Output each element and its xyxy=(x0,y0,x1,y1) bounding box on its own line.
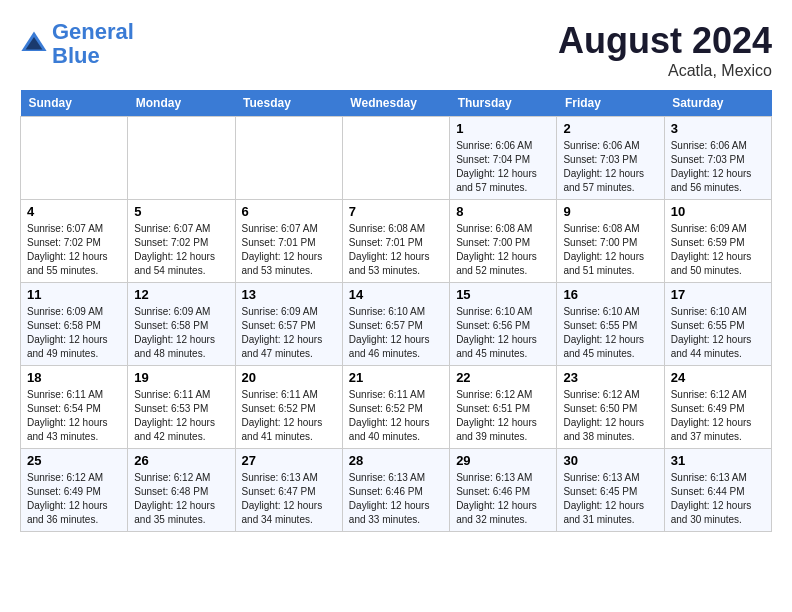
day-number: 15 xyxy=(456,287,550,302)
day-cell: 1Sunrise: 6:06 AMSunset: 7:04 PMDaylight… xyxy=(450,117,557,200)
day-info: Sunrise: 6:07 AMSunset: 7:02 PMDaylight:… xyxy=(27,222,121,278)
day-cell: 19Sunrise: 6:11 AMSunset: 6:53 PMDayligh… xyxy=(128,366,235,449)
day-info: Sunrise: 6:07 AMSunset: 7:02 PMDaylight:… xyxy=(134,222,228,278)
calendar-table: SundayMondayTuesdayWednesdayThursdayFrid… xyxy=(20,90,772,532)
day-cell: 12Sunrise: 6:09 AMSunset: 6:58 PMDayligh… xyxy=(128,283,235,366)
day-cell: 9Sunrise: 6:08 AMSunset: 7:00 PMDaylight… xyxy=(557,200,664,283)
day-cell: 22Sunrise: 6:12 AMSunset: 6:51 PMDayligh… xyxy=(450,366,557,449)
day-cell: 13Sunrise: 6:09 AMSunset: 6:57 PMDayligh… xyxy=(235,283,342,366)
day-cell: 31Sunrise: 6:13 AMSunset: 6:44 PMDayligh… xyxy=(664,449,771,532)
day-number: 19 xyxy=(134,370,228,385)
day-cell: 10Sunrise: 6:09 AMSunset: 6:59 PMDayligh… xyxy=(664,200,771,283)
day-info: Sunrise: 6:12 AMSunset: 6:48 PMDaylight:… xyxy=(134,471,228,527)
day-info: Sunrise: 6:12 AMSunset: 6:49 PMDaylight:… xyxy=(671,388,765,444)
day-info: Sunrise: 6:08 AMSunset: 7:01 PMDaylight:… xyxy=(349,222,443,278)
day-info: Sunrise: 6:09 AMSunset: 6:59 PMDaylight:… xyxy=(671,222,765,278)
weekday-header-friday: Friday xyxy=(557,90,664,117)
weekday-header-saturday: Saturday xyxy=(664,90,771,117)
day-number: 25 xyxy=(27,453,121,468)
day-cell: 18Sunrise: 6:11 AMSunset: 6:54 PMDayligh… xyxy=(21,366,128,449)
day-info: Sunrise: 6:11 AMSunset: 6:52 PMDaylight:… xyxy=(349,388,443,444)
day-cell: 6Sunrise: 6:07 AMSunset: 7:01 PMDaylight… xyxy=(235,200,342,283)
day-number: 3 xyxy=(671,121,765,136)
day-cell xyxy=(235,117,342,200)
day-number: 20 xyxy=(242,370,336,385)
day-number: 23 xyxy=(563,370,657,385)
day-number: 7 xyxy=(349,204,443,219)
day-cell: 27Sunrise: 6:13 AMSunset: 6:47 PMDayligh… xyxy=(235,449,342,532)
day-number: 21 xyxy=(349,370,443,385)
day-cell xyxy=(128,117,235,200)
week-row-5: 25Sunrise: 6:12 AMSunset: 6:49 PMDayligh… xyxy=(21,449,772,532)
logo-icon xyxy=(20,30,48,58)
day-number: 27 xyxy=(242,453,336,468)
week-row-1: 1Sunrise: 6:06 AMSunset: 7:04 PMDaylight… xyxy=(21,117,772,200)
day-number: 2 xyxy=(563,121,657,136)
day-info: Sunrise: 6:09 AMSunset: 6:57 PMDaylight:… xyxy=(242,305,336,361)
weekday-header-wednesday: Wednesday xyxy=(342,90,449,117)
logo-text: General Blue xyxy=(52,20,134,68)
day-cell: 4Sunrise: 6:07 AMSunset: 7:02 PMDaylight… xyxy=(21,200,128,283)
day-info: Sunrise: 6:12 AMSunset: 6:49 PMDaylight:… xyxy=(27,471,121,527)
day-info: Sunrise: 6:13 AMSunset: 6:46 PMDaylight:… xyxy=(456,471,550,527)
day-cell: 14Sunrise: 6:10 AMSunset: 6:57 PMDayligh… xyxy=(342,283,449,366)
day-cell: 24Sunrise: 6:12 AMSunset: 6:49 PMDayligh… xyxy=(664,366,771,449)
day-cell: 3Sunrise: 6:06 AMSunset: 7:03 PMDaylight… xyxy=(664,117,771,200)
day-cell: 29Sunrise: 6:13 AMSunset: 6:46 PMDayligh… xyxy=(450,449,557,532)
day-cell: 21Sunrise: 6:11 AMSunset: 6:52 PMDayligh… xyxy=(342,366,449,449)
day-info: Sunrise: 6:12 AMSunset: 6:51 PMDaylight:… xyxy=(456,388,550,444)
day-cell: 15Sunrise: 6:10 AMSunset: 6:56 PMDayligh… xyxy=(450,283,557,366)
day-cell: 5Sunrise: 6:07 AMSunset: 7:02 PMDaylight… xyxy=(128,200,235,283)
day-number: 10 xyxy=(671,204,765,219)
logo-line1: General xyxy=(52,19,134,44)
day-cell: 17Sunrise: 6:10 AMSunset: 6:55 PMDayligh… xyxy=(664,283,771,366)
day-info: Sunrise: 6:13 AMSunset: 6:45 PMDaylight:… xyxy=(563,471,657,527)
logo: General Blue xyxy=(20,20,134,68)
day-number: 6 xyxy=(242,204,336,219)
day-cell: 11Sunrise: 6:09 AMSunset: 6:58 PMDayligh… xyxy=(21,283,128,366)
weekday-header-row: SundayMondayTuesdayWednesdayThursdayFrid… xyxy=(21,90,772,117)
logo-line2: Blue xyxy=(52,43,100,68)
day-info: Sunrise: 6:06 AMSunset: 7:03 PMDaylight:… xyxy=(563,139,657,195)
day-info: Sunrise: 6:06 AMSunset: 7:03 PMDaylight:… xyxy=(671,139,765,195)
day-info: Sunrise: 6:11 AMSunset: 6:52 PMDaylight:… xyxy=(242,388,336,444)
day-number: 14 xyxy=(349,287,443,302)
day-info: Sunrise: 6:13 AMSunset: 6:47 PMDaylight:… xyxy=(242,471,336,527)
day-info: Sunrise: 6:11 AMSunset: 6:54 PMDaylight:… xyxy=(27,388,121,444)
day-number: 18 xyxy=(27,370,121,385)
day-number: 28 xyxy=(349,453,443,468)
location: Acatla, Mexico xyxy=(558,62,772,80)
day-cell: 7Sunrise: 6:08 AMSunset: 7:01 PMDaylight… xyxy=(342,200,449,283)
day-number: 22 xyxy=(456,370,550,385)
week-row-2: 4Sunrise: 6:07 AMSunset: 7:02 PMDaylight… xyxy=(21,200,772,283)
day-cell xyxy=(342,117,449,200)
day-cell: 20Sunrise: 6:11 AMSunset: 6:52 PMDayligh… xyxy=(235,366,342,449)
day-cell: 26Sunrise: 6:12 AMSunset: 6:48 PMDayligh… xyxy=(128,449,235,532)
day-number: 1 xyxy=(456,121,550,136)
day-number: 17 xyxy=(671,287,765,302)
header: General Blue August 2024 Acatla, Mexico xyxy=(20,20,772,80)
day-number: 16 xyxy=(563,287,657,302)
day-cell: 25Sunrise: 6:12 AMSunset: 6:49 PMDayligh… xyxy=(21,449,128,532)
day-cell: 23Sunrise: 6:12 AMSunset: 6:50 PMDayligh… xyxy=(557,366,664,449)
weekday-header-sunday: Sunday xyxy=(21,90,128,117)
day-info: Sunrise: 6:10 AMSunset: 6:57 PMDaylight:… xyxy=(349,305,443,361)
week-row-4: 18Sunrise: 6:11 AMSunset: 6:54 PMDayligh… xyxy=(21,366,772,449)
day-number: 24 xyxy=(671,370,765,385)
day-number: 4 xyxy=(27,204,121,219)
day-info: Sunrise: 6:10 AMSunset: 6:55 PMDaylight:… xyxy=(671,305,765,361)
day-info: Sunrise: 6:13 AMSunset: 6:44 PMDaylight:… xyxy=(671,471,765,527)
day-number: 31 xyxy=(671,453,765,468)
title-block: August 2024 Acatla, Mexico xyxy=(558,20,772,80)
day-number: 11 xyxy=(27,287,121,302)
day-cell: 28Sunrise: 6:13 AMSunset: 6:46 PMDayligh… xyxy=(342,449,449,532)
day-number: 26 xyxy=(134,453,228,468)
day-number: 13 xyxy=(242,287,336,302)
day-info: Sunrise: 6:09 AMSunset: 6:58 PMDaylight:… xyxy=(134,305,228,361)
day-cell xyxy=(21,117,128,200)
month-title: August 2024 xyxy=(558,20,772,62)
day-info: Sunrise: 6:13 AMSunset: 6:46 PMDaylight:… xyxy=(349,471,443,527)
day-info: Sunrise: 6:12 AMSunset: 6:50 PMDaylight:… xyxy=(563,388,657,444)
day-number: 30 xyxy=(563,453,657,468)
day-info: Sunrise: 6:10 AMSunset: 6:55 PMDaylight:… xyxy=(563,305,657,361)
